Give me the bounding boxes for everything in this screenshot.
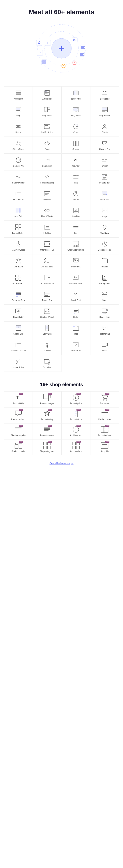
element-item-blog-teaser[interactable]: Blog Teaser xyxy=(90,103,119,120)
element-item-call-to-action[interactable]: Call To Action xyxy=(33,120,61,137)
element-label-list: List xyxy=(74,232,78,235)
shop-item-product-title[interactable]: WOO T Product tittle xyxy=(4,391,33,407)
sidebar-widget-icon xyxy=(43,308,51,315)
element-item-content-wp[interactable]: Content Wp xyxy=(4,154,33,170)
element-item-promo-box[interactable]: Promo Box xyxy=(33,288,61,305)
element-item-feature-list[interactable]: Feature List xyxy=(4,187,33,204)
photo-box-icon xyxy=(72,257,80,265)
element-item-portfolio-slider[interactable]: Portfolio Slider xyxy=(61,271,90,288)
shop-item-product-upsells[interactable]: WOO Product upsells xyxy=(4,439,33,455)
element-item-divider[interactable]: Divider xyxy=(90,154,119,170)
shop-item-product-rating[interactable]: WOO Product rating xyxy=(33,407,61,423)
svg-point-202 xyxy=(19,313,19,314)
shop-item-product-content[interactable]: WOO Product content xyxy=(33,423,61,439)
element-item-slider[interactable]: Slider xyxy=(61,305,90,321)
element-label-testimonials-list: Testimonials List xyxy=(11,349,26,352)
element-item-slider-plugin[interactable]: Slider Plugin xyxy=(90,305,119,321)
element-item-testimonials[interactable]: Testimonials xyxy=(90,321,119,338)
shop-item-product-images[interactable]: WOO Product images xyxy=(33,391,61,407)
element-item-fancy-heading[interactable]: Fancy Heading xyxy=(33,170,61,187)
element-item-pricing-item[interactable]: $ Pricing Item xyxy=(90,271,119,288)
shop-item-shop-products[interactable]: WOO Shop products xyxy=(61,439,90,455)
element-item-story-box[interactable]: Story Box xyxy=(33,321,61,338)
element-item-list[interactable]: List xyxy=(61,221,90,238)
element-item-sidebar-widget[interactable]: Sidebar Widget xyxy=(33,305,61,321)
element-item-shop-slider[interactable]: Shop Slider xyxy=(4,305,33,321)
element-item-offer-slider-thumb[interactable]: Offer Slider Thumb xyxy=(61,238,90,254)
svg-rect-95 xyxy=(102,174,107,179)
element-label-offer-slider-thumb: Offer Slider Thumb xyxy=(67,249,84,251)
divider-icon xyxy=(101,156,109,164)
element-item-blog[interactable]: Blog xyxy=(4,103,33,120)
element-item-sliding-box[interactable]: Sliding Box xyxy=(4,321,33,338)
shop-item-short-description[interactable]: WOO Short description xyxy=(4,423,33,439)
shop-item-add-to-cart[interactable]: WOO Add to cart xyxy=(90,391,119,407)
element-item-chart[interactable]: Chart xyxy=(61,120,90,137)
element-item-blog-news[interactable]: Blog News xyxy=(33,103,61,120)
element-item-map-basic[interactable]: Map Basic xyxy=(90,221,119,238)
element-item-blog-slider[interactable]: Blog Slider xyxy=(61,103,90,120)
element-item-our-team[interactable]: Our Team xyxy=(4,254,33,271)
shop-item-product-name[interactable]: WOO Product name xyxy=(90,407,119,423)
element-item-quick-fact[interactable]: 30 Quick Fact xyxy=(61,288,90,305)
svg-rect-23 xyxy=(42,60,44,62)
see-all-button[interactable]: See all elements → xyxy=(50,462,73,465)
svg-rect-257 xyxy=(44,399,48,401)
element-item-feature-box[interactable]: Feature Box xyxy=(90,170,119,187)
element-item-portfolio-grid[interactable]: Portfolio Grid xyxy=(4,271,33,288)
svg-point-212 xyxy=(76,313,76,314)
element-item-how-it-works[interactable]: How It Works xyxy=(33,204,61,221)
shop-item-product-price[interactable]: WOO $ Product price xyxy=(61,391,90,407)
element-item-hover-color[interactable]: Hover Color xyxy=(4,204,33,221)
element-item-clients-slider[interactable]: Clients Slider xyxy=(4,137,33,154)
element-item-offer-slider-full[interactable]: Offer Slider Full xyxy=(33,238,61,254)
svg-text:21: 21 xyxy=(73,39,75,41)
svg-point-213 xyxy=(77,313,77,314)
element-item-trailer-box[interactable]: Trailer Box xyxy=(61,338,90,355)
shop-item-additional-info[interactable]: WOO Additional info xyxy=(61,423,90,439)
element-item-fancy-divider[interactable]: Fancy Divider xyxy=(4,170,33,187)
svg-rect-190 xyxy=(16,294,20,295)
element-item-blockquote[interactable]: "" Blockquote xyxy=(90,86,119,103)
element-item-countdown[interactable]: 321 Countdown xyxy=(33,154,61,170)
element-item-shop[interactable]: Shop xyxy=(90,288,119,305)
element-item-accordion[interactable]: Accordion xyxy=(4,86,33,103)
shop-item-shop-title[interactable]: WOO Shop title xyxy=(90,439,119,455)
shop-item-product-related[interactable]: WOO Product related xyxy=(90,423,119,439)
element-item-image-gallery[interactable]: Image Gallery xyxy=(4,221,33,238)
element-item-our-team-list[interactable]: Our Team List xyxy=(33,254,61,271)
element-item-flat-box[interactable]: Flat Box xyxy=(33,187,61,204)
element-item-tabs[interactable]: Tabs xyxy=(61,321,90,338)
element-item-counter[interactable]: 21 Counter xyxy=(61,154,90,170)
element-item-zoom-box[interactable]: Zoom Box xyxy=(33,355,61,372)
element-item-faq[interactable]: Faq xyxy=(61,170,90,187)
element-item-hover-box[interactable]: Hover Box xyxy=(90,187,119,204)
element-item-portfolio[interactable]: Portfolio xyxy=(90,254,119,271)
element-item-portfolio-photo[interactable]: Portfolio Photo xyxy=(33,271,61,288)
element-item-testimonials-list[interactable]: Testimonials List xyxy=(4,338,33,355)
element-item-image[interactable]: Image xyxy=(90,204,119,221)
element-item-code[interactable]: Code xyxy=(33,137,61,154)
element-item-info-box[interactable]: Info Box xyxy=(33,221,61,238)
element-item-column[interactable]: Column xyxy=(61,137,90,154)
quick-fact-icon: 30 xyxy=(72,291,80,298)
shop-item-product-stock[interactable]: WOO Product stock xyxy=(61,407,90,423)
element-label-clients: Clients xyxy=(102,131,108,134)
element-item-map-advanced[interactable]: Map Advanced xyxy=(4,238,33,254)
element-item-timeline[interactable]: Timeline xyxy=(33,338,61,355)
shop-item-product-reviews[interactable]: WOO Product reviews xyxy=(4,407,33,423)
shop-item-shop-categories[interactable]: WOO Shop categories xyxy=(33,439,61,455)
element-item-progress-bars[interactable]: Progress Bars xyxy=(4,288,33,305)
element-item-contact-box[interactable]: Contact Box xyxy=(90,137,119,154)
element-item-article-box[interactable]: Article Box xyxy=(33,86,61,103)
element-item-helper[interactable]: Helper xyxy=(61,187,90,204)
element-item-icon-box[interactable]: Icon Box xyxy=(61,204,90,221)
element-item-visual-editor[interactable]: A Visual Editor xyxy=(4,355,33,372)
element-item-photo-box[interactable]: Photo Box xyxy=(61,254,90,271)
element-item-button[interactable]: Button xyxy=(4,120,33,137)
element-item-opening-hours[interactable]: Opening Hours xyxy=(90,238,119,254)
element-item-clients[interactable]: Clients xyxy=(90,120,119,137)
svg-line-153 xyxy=(104,244,105,245)
element-item-video[interactable]: Video xyxy=(90,338,119,355)
element-item-before-after[interactable]: Before After xyxy=(61,86,90,103)
